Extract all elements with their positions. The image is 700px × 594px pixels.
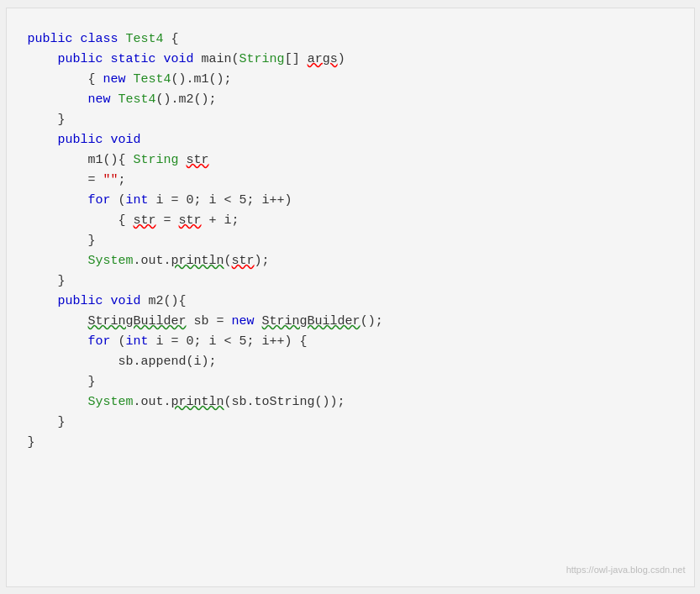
code-line-21: } — [28, 372, 673, 392]
code-line-9: m1(){ String str — [28, 150, 673, 171]
code-line-5: new Test4().m2(); — [28, 90, 673, 110]
code-line-15: } — [28, 271, 673, 292]
code-line-6: } — [28, 110, 673, 130]
code-line-23: } — [28, 413, 673, 433]
code-line-3: public static void main(String[] args) — [28, 50, 673, 70]
code-editor: public class Test4 { public static void … — [6, 8, 695, 587]
code-line-22: System.out.println(sb.toString()); — [28, 392, 673, 413]
code-line-19: for (int i = 0; i < 5; i++) { — [28, 332, 673, 352]
code-line-14: System.out.println(str); — [28, 251, 673, 271]
code-line-10: = ""; — [28, 171, 673, 191]
code-line-8: public void — [28, 130, 673, 150]
watermark: https://owl-java.blog.csdn.net — [566, 563, 686, 578]
code-line-1: public class Test4 { — [28, 29, 673, 50]
code-line-4: { new Test4().m1(); — [28, 70, 673, 90]
code-content: public class Test4 { public static void … — [28, 25, 673, 457]
code-line-13: } — [28, 231, 673, 251]
code-line-18: StringBuilder sb = new StringBuilder(); — [28, 312, 673, 332]
code-line-12: { str = str + i; — [28, 211, 673, 231]
code-line-11: for (int i = 0; i < 5; i++) — [28, 191, 673, 211]
code-line-17: public void m2(){ — [28, 292, 673, 312]
code-line-24: } — [28, 433, 673, 453]
code-line-20: sb.append(i); — [28, 352, 673, 372]
